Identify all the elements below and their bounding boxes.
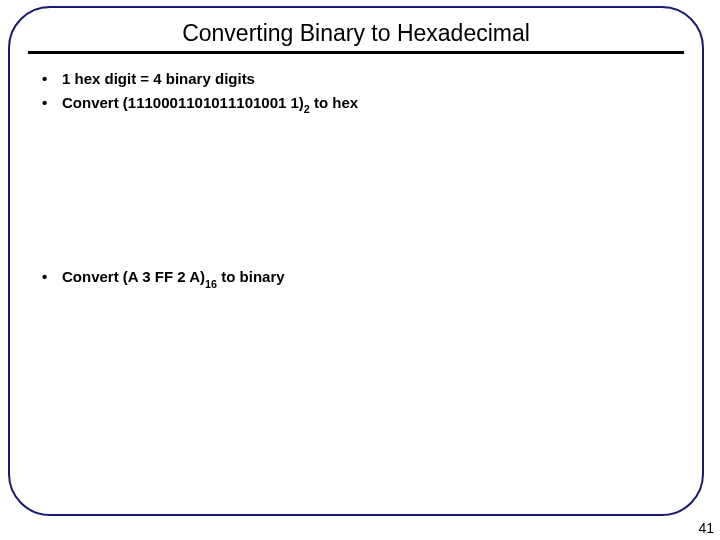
bullet-text-post: to binary [217, 268, 285, 285]
bullet-item: 1 hex digit = 4 binary digits [38, 68, 674, 90]
page-number: 41 [698, 520, 714, 536]
subscript-base: 2 [304, 103, 310, 115]
bullet-text-pre: Convert (A 3 FF 2 A) [62, 268, 205, 285]
subscript-base: 16 [205, 278, 217, 290]
bullet-item: Convert (A 3 FF 2 A)16 to binary [38, 266, 674, 291]
slide-content: 1 hex digit = 4 binary digits Convert (1… [10, 54, 702, 291]
spacer [38, 118, 674, 266]
slide-title: Converting Binary to Hexadecimal [182, 20, 530, 47]
title-container: Converting Binary to Hexadecimal [10, 8, 702, 47]
bullet-text-post: to hex [310, 94, 358, 111]
slide-frame: Converting Binary to Hexadecimal 1 hex d… [8, 6, 704, 516]
bullet-list: 1 hex digit = 4 binary digits Convert (1… [38, 68, 674, 116]
bullet-list: Convert (A 3 FF 2 A)16 to binary [38, 266, 674, 291]
bullet-text-pre: Convert (1110001101011101001 1) [62, 94, 304, 111]
bullet-item: Convert (1110001101011101001 1)2 to hex [38, 92, 674, 117]
bullet-text: 1 hex digit = 4 binary digits [62, 70, 255, 87]
